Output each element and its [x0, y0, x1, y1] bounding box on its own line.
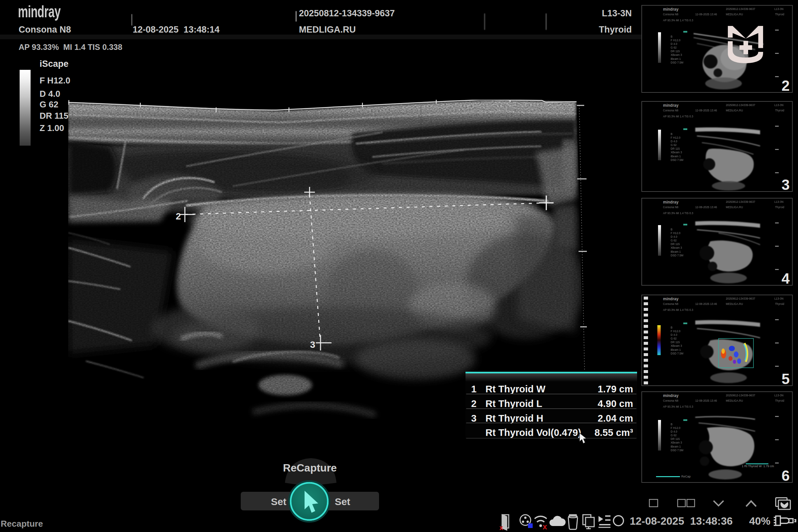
svg-text:2: 2 [175, 211, 181, 222]
svg-text:x: x [499, 524, 503, 531]
svg-text:Set: Set [271, 496, 287, 507]
svg-text:ReCapture: ReCapture [283, 462, 337, 474]
svg-text:Set: Set [335, 496, 350, 507]
svg-text:3: 3 [310, 340, 315, 350]
svg-text:x: x [543, 522, 547, 531]
